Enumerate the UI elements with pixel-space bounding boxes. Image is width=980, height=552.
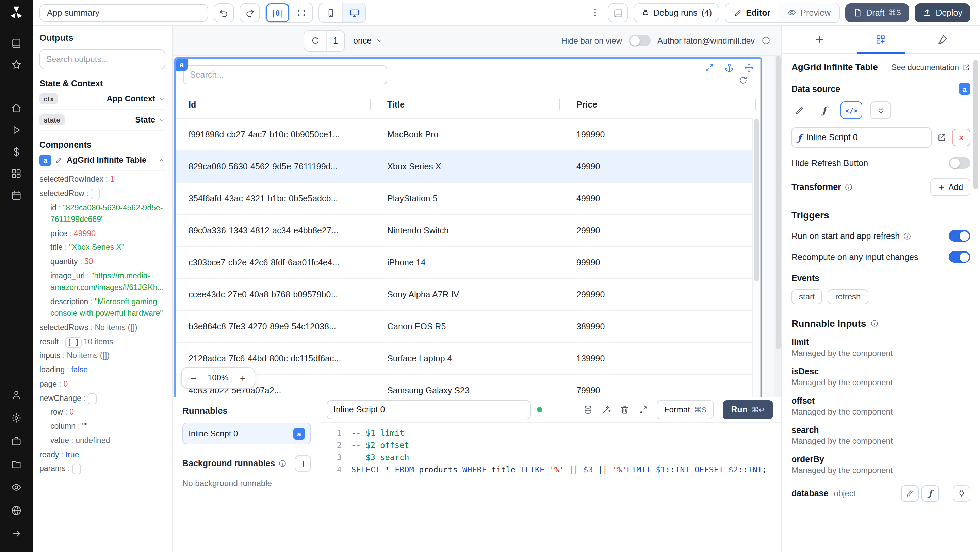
attached-script[interactable]: ƒ Inline Script 0 bbox=[791, 127, 932, 148]
draft-button[interactable]: Draft ⌘S bbox=[845, 3, 909, 22]
recompute-toggle[interactable] bbox=[949, 251, 970, 263]
table-scrollbar[interactable] bbox=[752, 118, 760, 397]
windmill-logo-icon[interactable] bbox=[9, 5, 24, 21]
hide-refresh-toggle[interactable] bbox=[949, 157, 970, 169]
static-input-button[interactable] bbox=[791, 102, 808, 118]
table-row[interactable]: 829ca080-5630-4562-9d5e-7611199d... Xbox… bbox=[176, 151, 760, 183]
info-icon[interactable] bbox=[845, 183, 853, 191]
chevron-up-icon[interactable] bbox=[158, 156, 165, 164]
deploy-button[interactable]: Deploy bbox=[915, 3, 970, 22]
output-tree-row[interactable]: params : - bbox=[40, 463, 165, 475]
output-tree-row[interactable]: price : 49990 bbox=[40, 227, 165, 240]
inline-script-mode-button[interactable]: </> bbox=[840, 102, 862, 119]
chevron-down-icon[interactable] bbox=[158, 95, 165, 102]
table-search-input[interactable] bbox=[183, 65, 387, 84]
runnable-item[interactable]: Inline Script 0 a bbox=[182, 423, 311, 444]
more-menu-button[interactable] bbox=[588, 3, 602, 22]
code-line[interactable]: 1-- $1 limit bbox=[321, 427, 781, 439]
format-button[interactable]: Format⌘S bbox=[657, 400, 714, 419]
ai-wand-icon[interactable] bbox=[601, 405, 611, 415]
editor-tab[interactable]: Editor bbox=[725, 3, 778, 22]
output-tree-row[interactable]: quantity : 50 bbox=[40, 256, 165, 268]
output-tree-row[interactable]: selectedRowIndex : 1 bbox=[40, 173, 165, 186]
star-icon[interactable] bbox=[5, 54, 27, 75]
user-icon[interactable] bbox=[5, 385, 27, 405]
zoom-out-button[interactable]: − bbox=[183, 367, 204, 388]
see-documentation-link[interactable]: See documentation bbox=[891, 63, 970, 71]
preview-tab[interactable]: Preview bbox=[778, 3, 839, 22]
dollar-icon[interactable] bbox=[5, 142, 27, 162]
book-icon[interactable] bbox=[5, 33, 27, 53]
canvas-scrollbar[interactable] bbox=[775, 56, 781, 397]
detach-script-button[interactable]: × bbox=[952, 129, 970, 146]
run-button[interactable]: Run⌘↵ bbox=[723, 400, 773, 419]
event-chip[interactable]: refresh bbox=[828, 289, 869, 304]
code-line[interactable]: 2-- $2 offset bbox=[321, 439, 781, 451]
docs-button[interactable] bbox=[608, 3, 628, 22]
frequency-select[interactable]: once bbox=[353, 36, 383, 45]
component-settings-tab[interactable] bbox=[850, 26, 912, 53]
table-row[interactable]: 2128adca-7fc6-44bd-800c-dc115df6ac... Su… bbox=[176, 343, 760, 375]
state-row[interactable]: state State bbox=[40, 110, 165, 131]
tree-expand-chip[interactable]: - bbox=[91, 189, 100, 199]
globe-icon[interactable] bbox=[5, 500, 27, 521]
component-output-row[interactable]: a AgGrid Infinite Table bbox=[40, 150, 165, 171]
arrow-right-icon[interactable] bbox=[5, 523, 27, 544]
table-row[interactable]: 4c83-8022-5e70a07a2... Samsung Galaxy S2… bbox=[176, 375, 760, 397]
script-name-input[interactable] bbox=[327, 400, 531, 419]
mobile-view-button[interactable] bbox=[319, 3, 342, 22]
info-icon[interactable] bbox=[870, 319, 878, 328]
play-icon[interactable] bbox=[5, 120, 27, 140]
canvas[interactable]: 1 once Hide bar on view Author faton@win… bbox=[173, 26, 781, 397]
output-tree-row[interactable]: image_url : "https://m.media-amazon.com/… bbox=[40, 270, 165, 294]
page-scrollbar[interactable] bbox=[973, 60, 978, 189]
component-outline-toggle[interactable]: |0| bbox=[266, 3, 289, 22]
component-move-handle[interactable] bbox=[743, 61, 755, 73]
table-row[interactable]: b3e864c8-7fe3-4270-89e9-54c12038... Cano… bbox=[176, 311, 760, 343]
database-template-button[interactable]: ƒ bbox=[921, 485, 939, 502]
output-tree-row[interactable]: ready : true bbox=[40, 449, 165, 461]
info-icon[interactable] bbox=[903, 232, 911, 240]
output-tree-row[interactable]: value : undefined bbox=[40, 435, 165, 447]
output-tree-row[interactable]: column : "" bbox=[40, 421, 165, 433]
app-summary-input[interactable] bbox=[40, 4, 208, 21]
output-tree-row[interactable]: description : "Microsoft gaming console … bbox=[40, 296, 165, 320]
undo-button[interactable] bbox=[214, 3, 234, 22]
table-refresh-button[interactable] bbox=[738, 76, 748, 85]
refresh-app-button[interactable] bbox=[304, 30, 326, 51]
chevron-down-icon[interactable] bbox=[158, 116, 165, 124]
run-on-start-toggle[interactable] bbox=[949, 230, 970, 242]
aggrid-component[interactable]: a Id Title Price f991898d-cb27-4ac7-b10c… bbox=[176, 59, 761, 397]
ctx-row[interactable]: ctx App Context bbox=[40, 89, 165, 110]
open-script-icon[interactable] bbox=[937, 133, 947, 142]
delete-script-button[interactable] bbox=[620, 405, 630, 415]
tree-expand-chip[interactable]: - bbox=[88, 393, 97, 404]
add-transformer-button[interactable]: Add bbox=[930, 178, 970, 196]
column-header-id[interactable]: Id bbox=[176, 91, 375, 118]
tree-expand-chip[interactable]: - bbox=[72, 464, 81, 475]
search-outputs-input[interactable] bbox=[40, 49, 165, 69]
database-icon[interactable] bbox=[583, 405, 593, 415]
table-row[interactable]: 354f6afd-43ac-4321-b1bc-0b5e5adcb... Pla… bbox=[176, 183, 760, 215]
eye-icon[interactable] bbox=[5, 477, 27, 498]
code-line[interactable]: 4SELECT * FROM products WHERE title ILIK… bbox=[321, 463, 781, 476]
component-anchor-button[interactable] bbox=[723, 61, 735, 73]
output-tree-row[interactable]: inputs : No items ([]) bbox=[40, 350, 165, 362]
component-expand-button[interactable] bbox=[703, 61, 715, 73]
home-icon[interactable] bbox=[5, 98, 27, 118]
output-tree-row[interactable]: selectedRow : - bbox=[40, 188, 165, 200]
column-header-title[interactable]: Title bbox=[375, 91, 564, 118]
column-header-price[interactable]: Price bbox=[564, 91, 760, 118]
add-background-runnable-button[interactable] bbox=[295, 455, 311, 472]
output-tree-row[interactable]: result : [...] 10 items bbox=[40, 336, 165, 348]
hide-bar-toggle[interactable] bbox=[629, 35, 651, 46]
tree-expand-chip[interactable]: [...] bbox=[65, 337, 81, 347]
output-tree-row[interactable]: selectedRows : No items ([]) bbox=[40, 322, 165, 334]
expand-editor-button[interactable] bbox=[638, 405, 648, 415]
connect-input-button[interactable] bbox=[870, 102, 891, 119]
table-row[interactable]: f991898d-cb27-4ac7-b10c-0b9050ce1... Mac… bbox=[176, 119, 760, 151]
output-tree-row[interactable]: id : "829ca080-5630-4562-9d5e-7611199dc6… bbox=[40, 202, 165, 225]
event-chip[interactable]: start bbox=[791, 289, 822, 304]
output-tree-row[interactable]: row : 0 bbox=[40, 407, 165, 418]
code-line[interactable]: 3-- $3 search bbox=[321, 451, 781, 463]
